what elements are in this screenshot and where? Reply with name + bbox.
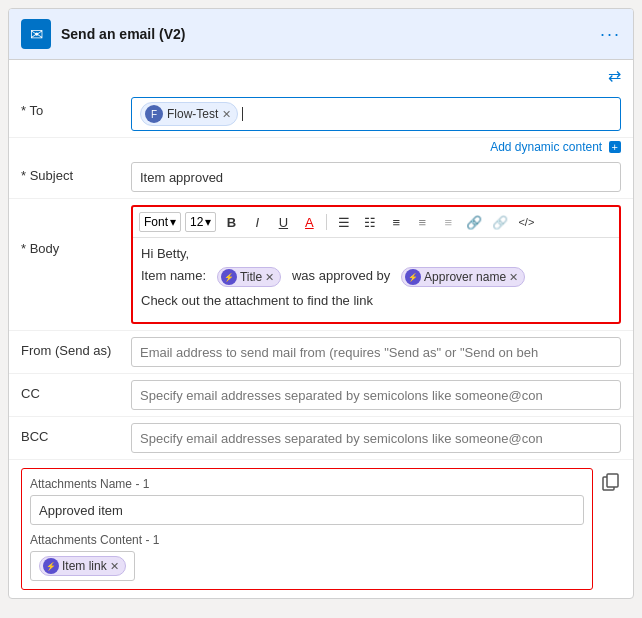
body-label: * Body: [21, 205, 131, 256]
link-button[interactable]: 🔗: [463, 211, 485, 233]
approver-tag-label: Approver name: [424, 270, 506, 284]
tag-avatar: F: [145, 105, 163, 123]
align-center-button[interactable]: ≡: [411, 211, 433, 233]
to-row: * To F Flow-Test ✕: [9, 91, 633, 138]
font-size-selector[interactable]: 12 ▾: [185, 212, 216, 232]
title-tag-icon: ⚡: [221, 269, 237, 285]
toolbar-divider: [326, 214, 327, 230]
body-content[interactable]: Hi Betty, Item name: ⚡ Title ✕ was appro…: [133, 238, 619, 322]
unordered-list-button[interactable]: ☰: [333, 211, 355, 233]
title-tag-label: Title: [240, 270, 262, 284]
attachments-content-label: Attachments Content - 1: [30, 533, 584, 547]
more-options-button[interactable]: ···: [600, 24, 621, 45]
text-cursor: [242, 107, 243, 121]
code-button[interactable]: </>: [515, 211, 537, 233]
bold-button[interactable]: B: [220, 211, 242, 233]
body-greeting: Hi Betty,: [141, 246, 611, 261]
font-dropdown-arrow: ▾: [170, 215, 176, 229]
copy-icon: [601, 472, 621, 492]
subject-label: * Subject: [21, 162, 131, 183]
body-row: * Body Font ▾ 12 ▾ B I U A ☰ ☷ ≡: [9, 199, 633, 331]
font-selector[interactable]: Font ▾: [139, 212, 181, 232]
dynamic-content-icon: +: [609, 141, 621, 153]
align-right-button[interactable]: ≡: [437, 211, 459, 233]
from-row: From (Send as): [9, 331, 633, 374]
attachments-name-label: Attachments Name - 1: [30, 477, 584, 491]
card-title: Send an email (V2): [61, 26, 185, 42]
card-header: ✉ Send an email (V2) ···: [9, 9, 633, 60]
attachments-content-field[interactable]: ⚡ Item link ✕: [30, 551, 135, 581]
bcc-row: BCC: [9, 417, 633, 460]
approver-tag[interactable]: ⚡ Approver name ✕: [401, 267, 525, 287]
attachments-box: Attachments Name - 1 Attachments Content…: [21, 468, 593, 590]
subject-row: * Subject: [9, 156, 633, 199]
cc-row: CC: [9, 374, 633, 417]
item-link-tag-label: Item link: [62, 559, 107, 573]
to-label: * To: [21, 97, 131, 118]
body-field[interactable]: Font ▾ 12 ▾ B I U A ☰ ☷ ≡ ≡ ≡ 🔗 🔗 </: [131, 205, 621, 324]
tag-name: Flow-Test: [167, 107, 218, 121]
underline-button[interactable]: U: [272, 211, 294, 233]
item-link-tag[interactable]: ⚡ Item link ✕: [39, 556, 126, 576]
cc-input[interactable]: [131, 380, 621, 410]
subject-input[interactable]: [131, 162, 621, 192]
unlink-button[interactable]: 🔗: [489, 211, 511, 233]
body-item-prefix: Item name:: [141, 268, 206, 283]
from-input[interactable]: [131, 337, 621, 367]
title-tag-close[interactable]: ✕: [265, 271, 274, 284]
highlight-button[interactable]: A: [298, 211, 320, 233]
align-left-button[interactable]: ≡: [385, 211, 407, 233]
ordered-list-button[interactable]: ☷: [359, 211, 381, 233]
cc-label: CC: [21, 380, 131, 401]
copy-attachment-button[interactable]: [601, 472, 621, 495]
title-tag[interactable]: ⚡ Title ✕: [217, 267, 281, 287]
attachments-name-input[interactable]: [30, 495, 584, 525]
svg-rect-1: [607, 474, 618, 487]
body-check-line: Check out the attachment to find the lin…: [141, 293, 611, 308]
body-approved-by: was approved by: [292, 268, 390, 283]
to-tag[interactable]: F Flow-Test ✕: [140, 102, 238, 126]
to-field[interactable]: F Flow-Test ✕: [131, 97, 621, 131]
approver-tag-close[interactable]: ✕: [509, 271, 518, 284]
item-link-tag-close[interactable]: ✕: [110, 560, 119, 573]
bcc-input[interactable]: [131, 423, 621, 453]
body-toolbar: Font ▾ 12 ▾ B I U A ☰ ☷ ≡ ≡ ≡ 🔗 🔗 </: [133, 207, 619, 238]
swap-icon[interactable]: ⇄: [9, 60, 633, 91]
item-link-tag-icon: ⚡: [43, 558, 59, 574]
italic-button[interactable]: I: [246, 211, 268, 233]
tag-close-button[interactable]: ✕: [222, 108, 231, 121]
size-dropdown-arrow: ▾: [205, 215, 211, 229]
approver-tag-icon: ⚡: [405, 269, 421, 285]
bcc-label: BCC: [21, 423, 131, 444]
attachments-section: Attachments Name - 1 Attachments Content…: [9, 460, 633, 598]
body-item-line: Item name: ⚡ Title ✕ was approved by ⚡ A…: [141, 267, 611, 287]
from-label: From (Send as): [21, 337, 131, 358]
dynamic-content-link[interactable]: Add dynamic content +: [9, 138, 633, 156]
app-icon: ✉: [21, 19, 51, 49]
